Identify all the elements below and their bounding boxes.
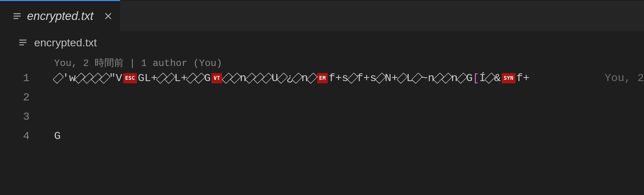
line-number: 1 [0,69,39,88]
control-char-badge: ESC [123,73,137,83]
tab-title: encrypted.txt [27,10,93,22]
code-text: ¿ [287,69,293,88]
editor-lines[interactable]: 'w"VESCGL+L+GVTnU¿nEMf+sf+sN+L~nnG[Í&SYN… [54,69,644,146]
code-text: N+ [385,69,398,88]
code-text: L+ [174,69,187,88]
tab-encrypted-txt[interactable]: encrypted.txt [0,1,120,31]
codelens-blame[interactable]: You, 2 時間前 | 1 author (You) [54,56,222,70]
breadcrumb-filename: encrypted.txt [34,36,97,49]
code-text: G [54,126,61,146]
replacement-char-glyph [307,73,318,84]
code-line-2[interactable] [54,88,644,107]
line-number: 2 [0,88,39,107]
code-text: L [406,69,413,88]
code-text: G [204,69,211,88]
code-text: f+ [516,69,530,88]
code-text: U [271,69,278,88]
code-text: ~n [421,69,434,88]
code-text: f+s [329,69,348,88]
inline-blame-hint: You, 2 [605,69,644,88]
bracket-char: [ [473,69,479,88]
line-number: 3 [0,107,39,126]
control-char-badge: EM [317,73,327,83]
code-line-3[interactable] [54,107,644,126]
code-text: n [301,69,308,88]
code-text: f+s [357,69,376,88]
line-number-gutter: 1 2 3 4 [0,69,39,146]
line-number: 4 [0,126,39,146]
control-char-badge: SYN [502,73,515,83]
code-text: GL+ [138,69,157,88]
code-text: n [451,69,458,88]
control-char-badge: VT [212,73,222,83]
breadcrumb[interactable]: encrypted.txt [0,31,644,54]
code-text: Í [479,69,486,88]
code-text: & [494,69,501,88]
text-lines-icon [12,11,22,21]
code-text: n [240,69,246,88]
code-text: G [466,69,473,88]
code-text: 'w [62,69,76,88]
editor[interactable]: You, 2 時間前 | 1 author (You) 1 2 3 4 'w"V… [0,54,644,195]
code-line-4[interactable]: G [54,126,644,146]
code-text: "V [109,69,122,88]
text-lines-icon [18,38,28,47]
close-tab-button[interactable] [104,12,113,21]
tab-row: encrypted.txt [0,1,644,31]
code-line-1[interactable]: 'w"VESCGL+L+GVTnU¿nEMf+sf+sN+L~nnG[Í&SYN… [54,69,644,88]
